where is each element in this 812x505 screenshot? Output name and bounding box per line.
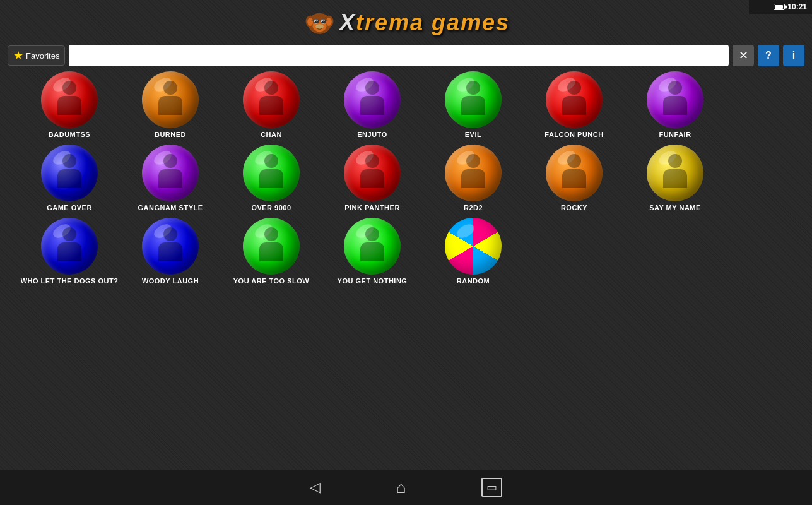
- person-head: [668, 154, 682, 168]
- sound-label-game-over: GAME OVER: [47, 204, 92, 211]
- sound-ball-wrapper-you-are-too-slow: ★: [243, 218, 300, 275]
- sound-item-evil[interactable]: ★EVIL: [423, 71, 524, 138]
- sound-ball-wrapper-burned: ★: [142, 71, 199, 128]
- person-silhouette: [557, 81, 592, 119]
- sound-ball-who-let: [41, 218, 98, 275]
- help-button[interactable]: ?: [758, 45, 779, 66]
- sound-label-burned: BURNED: [155, 131, 186, 138]
- sound-ball-r2d2: [445, 145, 502, 201]
- sound-label-over-9000: OVER 9000: [251, 204, 291, 211]
- person-head: [62, 81, 76, 95]
- sound-ball-wrapper-gangnam-style: ★: [142, 145, 199, 201]
- person-body: [158, 169, 182, 188]
- sound-item-rocky[interactable]: ★ROCKY: [524, 145, 625, 211]
- sound-ball-wrapper-you-get-nothing: ★: [344, 218, 401, 275]
- person-silhouette: [456, 81, 491, 119]
- person-body: [461, 169, 485, 188]
- sound-ball-random: [445, 218, 502, 275]
- sound-item-burned[interactable]: ★BURNED: [120, 71, 221, 138]
- person-head: [567, 81, 581, 95]
- person-silhouette: [254, 154, 289, 192]
- person-silhouette: [456, 154, 491, 192]
- person-head: [264, 227, 278, 241]
- person-body: [57, 96, 81, 115]
- person-head: [466, 81, 480, 95]
- svg-point-12: [315, 24, 324, 28]
- person-body: [259, 242, 283, 261]
- sound-item-gangnam-style[interactable]: ★GANGNAM STYLE: [120, 145, 221, 211]
- sound-label-say-my-name: SAY MY NAME: [649, 204, 701, 211]
- person-silhouette: [254, 227, 289, 265]
- person-silhouette: [254, 81, 289, 119]
- person-silhouette: [52, 154, 87, 192]
- person-silhouette: [153, 81, 188, 119]
- person-head: [466, 154, 480, 168]
- sound-ball-wrapper-evil: ★: [445, 71, 502, 128]
- sound-item-badumtss[interactable]: ★BADUMTSS: [19, 71, 120, 138]
- person-head: [668, 81, 682, 95]
- person-body: [259, 96, 283, 115]
- clear-button[interactable]: ✕: [733, 45, 754, 66]
- person-head: [163, 227, 177, 241]
- person-head: [163, 81, 177, 95]
- sound-ball-woody-laugh: [142, 218, 199, 275]
- favorites-button[interactable]: ★ Favorites: [8, 45, 65, 66]
- sound-item-who-let[interactable]: ★WHO LET THE DOGS OUT?: [19, 218, 120, 285]
- sound-item-chan[interactable]: ★CHAN: [221, 71, 322, 138]
- svg-point-10: [317, 21, 317, 21]
- sound-item-random[interactable]: ★RANDOM: [423, 218, 524, 285]
- sound-ball-wrapper-random: ★: [445, 218, 502, 275]
- sound-ball-wrapper-chan: ★: [243, 71, 300, 128]
- sound-ball-say-my-name: [647, 145, 703, 201]
- sound-ball-wrapper-enjuto: ★: [344, 71, 401, 128]
- back-button[interactable]: ◁: [310, 479, 321, 496]
- sound-item-say-my-name[interactable]: ★SAY MY NAME: [625, 145, 726, 211]
- sound-label-random: RANDOM: [457, 277, 490, 285]
- sounds-grid: ★BADUMTSS★BURNED★CHAN★ENJUTO★EVIL★FALCON…: [6, 71, 806, 291]
- person-silhouette: [355, 154, 390, 192]
- sound-ball-wrapper-game-over: ★: [41, 145, 98, 201]
- sound-item-r2d2[interactable]: ★R2D2: [423, 145, 524, 211]
- person-silhouette: [355, 81, 390, 119]
- sound-ball-wrapper-say-my-name: ★: [647, 145, 703, 201]
- sound-item-woody-laugh[interactable]: ★WOODY LAUGH: [120, 218, 221, 285]
- sound-ball-funfair: [647, 71, 703, 128]
- sound-item-enjuto[interactable]: ★ENJUTO: [322, 71, 423, 138]
- sound-ball-wrapper-badumtss: ★: [41, 71, 98, 128]
- svg-point-3: [307, 18, 313, 26]
- nav-bar: ◁ ⌂ ▭: [0, 470, 812, 505]
- sounds-grid-container: ★BADUMTSS★BURNED★CHAN★ENJUTO★EVIL★FALCON…: [0, 71, 812, 434]
- recents-button[interactable]: ▭: [481, 478, 502, 497]
- sound-ball-evil: [445, 71, 502, 128]
- sound-label-falcon-punch: FALCON PUNCH: [544, 131, 603, 138]
- sound-label-you-get-nothing: YOU GET NOTHING: [338, 277, 408, 285]
- search-input[interactable]: [69, 45, 729, 66]
- person-head: [365, 81, 379, 95]
- sound-ball-wrapper-rocky: ★: [546, 145, 603, 201]
- sound-ball-wrapper-over-9000: ★: [243, 145, 300, 201]
- person-body: [562, 96, 586, 115]
- person-head: [62, 154, 76, 168]
- sound-item-over-9000[interactable]: ★OVER 9000: [221, 145, 322, 211]
- sound-label-gangnam-style: GANGNAM STYLE: [138, 204, 203, 211]
- person-head: [264, 154, 278, 168]
- person-body: [663, 96, 687, 115]
- sound-ball-gangnam-style: [142, 145, 199, 201]
- sound-item-funfair[interactable]: ★FUNFAIR: [625, 71, 726, 138]
- sound-item-pink-panther[interactable]: ★PINK PANTHER: [322, 145, 423, 211]
- info-button[interactable]: i: [783, 45, 804, 66]
- logo-container: Xtrema games: [302, 5, 510, 40]
- sound-item-game-over[interactable]: ★GAME OVER: [19, 145, 120, 211]
- sound-item-falcon-punch[interactable]: ★FALCON PUNCH: [524, 71, 625, 138]
- person-body: [562, 169, 586, 188]
- home-button[interactable]: ⌂: [396, 478, 406, 497]
- logo-monkey-icon: [302, 5, 337, 40]
- sound-ball-wrapper-r2d2: ★: [445, 145, 502, 201]
- sound-ball-you-are-too-slow: [243, 218, 300, 275]
- sound-item-you-get-nothing[interactable]: ★YOU GET NOTHING: [322, 218, 423, 285]
- header: Xtrema games: [0, 0, 812, 42]
- person-body: [663, 169, 687, 188]
- person-head: [365, 154, 379, 168]
- person-body: [158, 96, 182, 115]
- sound-item-you-are-too-slow[interactable]: ★YOU ARE TOO SLOW: [221, 218, 322, 285]
